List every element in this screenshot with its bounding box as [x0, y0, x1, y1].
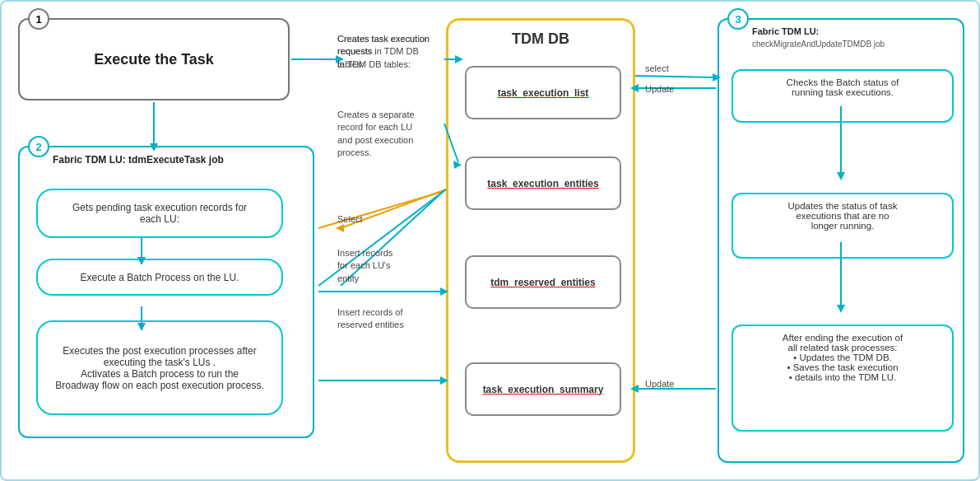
section3-box2: Updates the status of taskexecutions tha…: [732, 193, 954, 259]
label-insert-reserved: Insert records ofreserved entities: [337, 306, 436, 332]
svg-marker-14: [336, 224, 344, 232]
label-update-bottom-span: Update: [645, 379, 674, 389]
section3-box2-text: Updates the status of taskexecutions tha…: [788, 201, 898, 231]
section2-box2-text: Execute a Batch Process on the LU.: [81, 272, 239, 283]
db-table-4-label: task_execution_summary: [483, 384, 604, 395]
tdmdb-section: TDM DB task_execution_list task_executio…: [446, 18, 635, 463]
label-select-span: Select: [337, 214, 363, 224]
section3-box1-text: Checks the Batch status ofrunning task e…: [787, 77, 899, 97]
label-insert-lu-span: Insert recordsfor each LU'sentity: [337, 248, 392, 283]
label-creates-requests-text: Creates task execution requestsin TDM DB…: [337, 33, 448, 71]
db-table-1: task_execution_list: [465, 66, 621, 119]
section2-inner-box1: Gets pending task execution records fore…: [36, 189, 283, 238]
db-table-3-label: tdm_reserved_entities: [490, 277, 595, 288]
section1-box: 1 Execute the Task: [18, 18, 290, 100]
label-update-top-span: Update: [645, 84, 674, 94]
db-table-1-label: task_execution_list: [498, 87, 589, 99]
db-table-2: task_execution_entities: [465, 156, 621, 210]
diagram-wrapper: 1 Execute the Task 2 Fabric TDM LU: tdmE…: [0, 0, 980, 481]
label-creates-requests-span: Creates task execution requestsin TDM DB…: [337, 34, 430, 69]
section2-inner-box2: Execute a Batch Process on the LU.: [36, 259, 283, 296]
db-table-4: task_execution_summary: [465, 362, 621, 416]
section3-box: 3 Fabric TDM LU: checkMigrateAndUpdateTD…: [718, 18, 964, 463]
label-insert-lu: Insert recordsfor each LU'sentity: [337, 247, 428, 285]
section2-badge: 2: [28, 136, 49, 157]
section2-box: 2 Fabric TDM LU: tdmExecuteTask job Gets…: [18, 146, 314, 438]
label-select: Select: [337, 214, 403, 224]
label-select-right-span: select: [645, 63, 669, 73]
section3-box3: After ending the execution ofall related…: [732, 325, 954, 432]
section1-title: Execute the Task: [94, 51, 214, 68]
db-table-2-label: task_execution_entities: [487, 178, 598, 189]
section3-badge: 3: [727, 8, 749, 30]
svg-line-17: [635, 76, 716, 77]
label-select-right: select: [645, 63, 669, 73]
section2-box3-text: Executes the post execution processes af…: [55, 345, 263, 391]
db-table-3: tdm_reserved_entities: [465, 255, 621, 309]
section3-header: Fabric TDM LU:: [752, 26, 819, 36]
section1-badge: 1: [28, 8, 49, 30]
label-creates-record: Creates a separaterecord for each LUand …: [337, 109, 444, 160]
section2-box1-text: Gets pending task execution records fore…: [72, 202, 247, 225]
label-insert-reserved-span: Insert records ofreserved entities: [337, 307, 404, 329]
section2-inner-box3: Executes the post execution processes af…: [36, 320, 283, 415]
section3-box1: Checks the Batch status ofrunning task e…: [732, 69, 954, 123]
section3-subheader: checkMigrateAndUpdateTDMDB job: [752, 40, 885, 49]
label-update-bottom: Update: [645, 379, 674, 389]
section2-header: Fabric TDM LU: tdmExecuteTask job: [53, 154, 224, 166]
section3-box3-text: After ending the execution ofall related…: [783, 333, 903, 382]
label-update-top: Update: [645, 84, 674, 94]
tdmdb-title: TDM DB: [448, 21, 633, 54]
label-creates-record-span: Creates a separaterecord for each LUand …: [337, 110, 415, 157]
